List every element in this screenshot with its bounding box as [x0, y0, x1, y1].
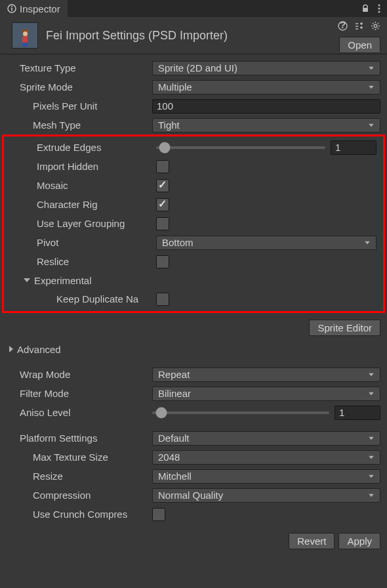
info-icon: [7, 4, 16, 13]
charrig-label: Character Rig: [37, 199, 156, 210]
ppu-label: Pixels Per Unit: [33, 100, 152, 112]
open-button[interactable]: Open: [339, 37, 380, 53]
svg-point-4: [378, 5, 380, 7]
gear-icon[interactable]: [371, 21, 380, 31]
max-tex-select[interactable]: 2048: [152, 450, 380, 465]
wrap-mode-select[interactable]: Repeat: [152, 368, 380, 382]
aniso-slider[interactable]: [152, 411, 329, 414]
advanced-foldout[interactable]: Advanced: [0, 340, 387, 358]
charrig-check[interactable]: [156, 198, 169, 211]
compression-label: Compression: [33, 490, 152, 501]
svg-rect-3: [363, 8, 368, 12]
layer-group-check[interactable]: [156, 217, 169, 230]
preset-icon[interactable]: [354, 21, 364, 31]
reslice-label: Reslice: [37, 256, 156, 267]
help-icon[interactable]: ?: [338, 21, 348, 31]
svg-rect-2: [11, 8, 12, 11]
svg-point-1: [11, 6, 12, 7]
experimental-foldout[interactable]: Experimental: [4, 271, 383, 289]
sprite-editor-button[interactable]: Sprite Editor: [309, 320, 380, 336]
tab-bar: Inspector: [0, 0, 387, 17]
sprite-mode-label: Sprite Mode: [20, 81, 152, 93]
pivot-select[interactable]: Bottom: [156, 236, 377, 250]
pivot-label: Pivot: [37, 237, 156, 248]
resize-label: Resize: [33, 471, 152, 482]
svg-point-9: [374, 24, 377, 27]
filter-mode-label: Filter Mode: [20, 388, 152, 399]
platform-label: Platform Setttings: [20, 432, 152, 444]
extrude-label: Extrude Edges: [37, 142, 156, 153]
highlighted-section: Extrude Edges Import Hidden Mosaic Chara…: [2, 135, 385, 313]
extrude-value[interactable]: [331, 140, 377, 155]
filter-mode-select[interactable]: Bilinear: [152, 387, 380, 401]
menu-icon[interactable]: [378, 4, 380, 13]
ppu-input[interactable]: [152, 99, 380, 114]
import-hidden-label: Import Hidden: [37, 161, 156, 172]
texture-type-label: Texture Type: [20, 62, 152, 74]
keep-dup-label: Keep Duplicate Na: [56, 293, 156, 304]
wrap-mode-label: Wrap Mode: [20, 369, 152, 380]
apply-button[interactable]: Apply: [338, 533, 380, 549]
reslice-check[interactable]: [156, 255, 169, 268]
inspector-tab[interactable]: Inspector: [0, 0, 68, 17]
platform-select[interactable]: Default: [152, 431, 380, 446]
svg-text:?: ?: [340, 21, 346, 30]
asset-header: Fei Import Settings (PSD Importer) ? Ope…: [0, 17, 387, 51]
layer-group-label: Use Layer Grouping: [37, 218, 156, 229]
crunch-check[interactable]: [152, 508, 165, 521]
svg-point-5: [378, 8, 380, 10]
svg-point-6: [378, 11, 380, 13]
revert-button[interactable]: Revert: [289, 533, 335, 549]
mesh-type-select[interactable]: Tight: [152, 118, 380, 133]
lock-icon[interactable]: [361, 4, 370, 13]
asset-title: Fei Import Settings (PSD Importer): [46, 29, 380, 43]
mesh-type-label: Mesh Type: [33, 119, 152, 131]
aniso-label: Aniso Level: [20, 407, 152, 418]
tab-title: Inspector: [20, 3, 60, 14]
mosaic-label: Mosaic: [37, 180, 156, 191]
resize-select[interactable]: Mitchell: [152, 469, 380, 484]
mosaic-check[interactable]: [156, 179, 169, 192]
keep-dup-check[interactable]: [156, 293, 169, 306]
asset-thumbnail: [12, 22, 38, 49]
compression-select[interactable]: Normal Quality: [152, 488, 380, 503]
aniso-value[interactable]: [335, 406, 380, 420]
extrude-slider[interactable]: [156, 146, 325, 149]
texture-type-select[interactable]: Sprite (2D and UI): [152, 61, 380, 75]
import-hidden-check[interactable]: [156, 160, 169, 173]
crunch-label: Use Crunch Compres: [33, 509, 152, 520]
max-tex-label: Max Texture Size: [33, 452, 152, 463]
sprite-mode-select[interactable]: Multiple: [152, 80, 380, 94]
